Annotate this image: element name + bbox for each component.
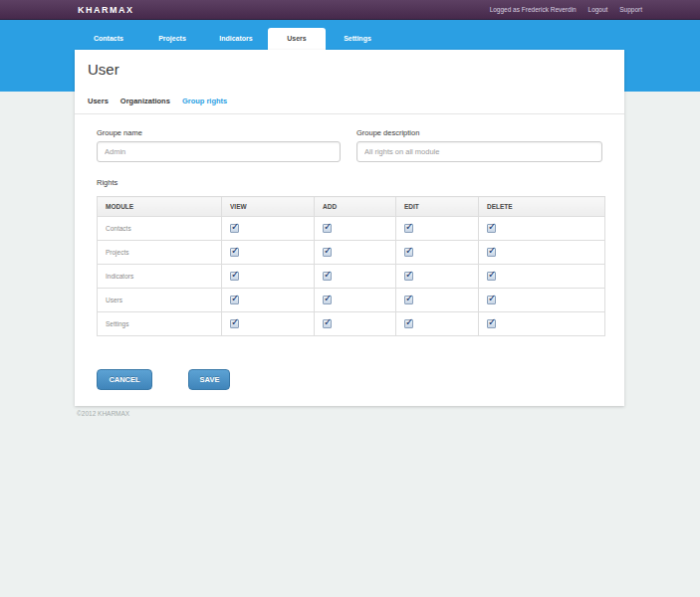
permission-cell: ✓ bbox=[315, 289, 396, 312]
content-card: User UsersOrganizationsGroup rights Grou… bbox=[75, 50, 624, 406]
rights-table-body: Contacts✓✓✓✓Projects✓✓✓✓Indicators✓✓✓✓Us… bbox=[98, 217, 605, 336]
rights-row-users: Users✓✓✓✓ bbox=[98, 289, 605, 312]
checkmark-icon: ✓ bbox=[405, 269, 413, 280]
checkbox-add-contacts[interactable]: ✓ bbox=[323, 224, 332, 233]
checkmark-icon: ✓ bbox=[488, 316, 496, 327]
subtab-users[interactable]: Users bbox=[88, 97, 109, 105]
checkbox-view-settings[interactable]: ✓ bbox=[230, 319, 239, 328]
cancel-button[interactable]: CANCEL bbox=[97, 369, 152, 390]
checkbox-delete-settings[interactable]: ✓ bbox=[487, 319, 496, 328]
checkmark-icon: ✓ bbox=[324, 221, 332, 232]
brand-logo: KHARMAX bbox=[78, 0, 134, 20]
permission-cell: ✓ bbox=[315, 241, 396, 265]
module-name: Projects bbox=[98, 241, 222, 265]
logout-link[interactable]: Logout bbox=[588, 6, 608, 13]
rights-table: MODULEVIEWADDEDITDELETE Contacts✓✓✓✓Proj… bbox=[97, 196, 605, 336]
checkbox-view-users[interactable]: ✓ bbox=[230, 296, 239, 304]
main-nav-tabs: ContactsProjectsIndicatorsUsersSettings bbox=[77, 28, 389, 50]
subtab-group-rights[interactable]: Group rights bbox=[182, 97, 227, 105]
checkmark-icon: ✓ bbox=[231, 245, 239, 256]
top-bar: KHARMAX Logged as Frederick Reverdin Log… bbox=[0, 0, 700, 20]
checkmark-icon: ✓ bbox=[231, 293, 239, 303]
checkmark-icon: ✓ bbox=[405, 221, 413, 232]
checkbox-add-indicators[interactable]: ✓ bbox=[323, 272, 332, 281]
checkbox-delete-projects[interactable]: ✓ bbox=[487, 248, 496, 257]
group-description-input[interactable] bbox=[356, 141, 602, 162]
checkmark-icon: ✓ bbox=[405, 316, 413, 327]
application-window: KHARMAX Logged as Frederick Reverdin Log… bbox=[0, 0, 700, 597]
module-name: Users bbox=[98, 289, 222, 312]
permission-cell: ✓ bbox=[222, 241, 315, 265]
permission-cell: ✓ bbox=[222, 312, 315, 336]
nav-tab-settings[interactable]: Settings bbox=[326, 28, 389, 50]
group-name-input[interactable] bbox=[97, 141, 341, 162]
module-name: Contacts bbox=[98, 217, 222, 241]
column-header-delete: DELETE bbox=[479, 197, 605, 217]
group-name-label: Groupe name bbox=[97, 128, 341, 137]
group-form: Groupe name Groupe description bbox=[97, 128, 602, 162]
subtab-organizations[interactable]: Organizations bbox=[120, 97, 170, 105]
checkmark-icon: ✓ bbox=[488, 293, 496, 303]
permission-cell: ✓ bbox=[222, 289, 315, 312]
group-description-label: Groupe description bbox=[356, 128, 602, 137]
checkmark-icon: ✓ bbox=[488, 221, 496, 232]
top-links: Logged as Frederick Reverdin Logout Supp… bbox=[480, 0, 642, 20]
sub-tabs: UsersOrganizationsGroup rights bbox=[75, 90, 624, 114]
checkbox-delete-users[interactable]: ✓ bbox=[487, 296, 496, 304]
checkbox-edit-settings[interactable]: ✓ bbox=[404, 319, 413, 328]
checkbox-edit-users[interactable]: ✓ bbox=[404, 296, 413, 304]
checkmark-icon: ✓ bbox=[324, 293, 332, 303]
checkbox-view-projects[interactable]: ✓ bbox=[230, 248, 239, 257]
permission-cell: ✓ bbox=[396, 312, 479, 336]
rights-section-label: Rights bbox=[97, 178, 624, 187]
checkmark-icon: ✓ bbox=[488, 245, 496, 256]
permission-cell: ✓ bbox=[479, 289, 605, 312]
module-name: Settings bbox=[98, 312, 222, 336]
support-link[interactable]: Support bbox=[619, 6, 642, 13]
permission-cell: ✓ bbox=[315, 265, 396, 289]
nav-tab-users[interactable]: Users bbox=[268, 28, 326, 50]
checkbox-view-indicators[interactable]: ✓ bbox=[230, 272, 239, 281]
checkbox-view-contacts[interactable]: ✓ bbox=[230, 224, 239, 233]
checkbox-add-projects[interactable]: ✓ bbox=[323, 248, 332, 257]
checkmark-icon: ✓ bbox=[231, 221, 239, 232]
module-name: Indicators bbox=[98, 265, 222, 289]
checkbox-add-users[interactable]: ✓ bbox=[323, 296, 332, 304]
rights-row-projects: Projects✓✓✓✓ bbox=[98, 241, 605, 265]
save-button[interactable]: SAVE bbox=[188, 369, 230, 390]
checkbox-add-settings[interactable]: ✓ bbox=[323, 319, 332, 328]
rights-row-contacts: Contacts✓✓✓✓ bbox=[98, 217, 605, 241]
checkmark-icon: ✓ bbox=[405, 245, 413, 256]
checkmark-icon: ✓ bbox=[231, 316, 239, 327]
checkbox-delete-indicators[interactable]: ✓ bbox=[487, 272, 496, 281]
checkmark-icon: ✓ bbox=[405, 293, 413, 303]
checkmark-icon: ✓ bbox=[231, 269, 239, 280]
nav-tab-projects[interactable]: Projects bbox=[140, 28, 204, 50]
form-actions: CANCEL SAVE bbox=[97, 368, 624, 390]
column-header-view: VIEW bbox=[222, 197, 315, 217]
column-header-add: ADD bbox=[315, 197, 396, 217]
permission-cell: ✓ bbox=[396, 289, 479, 312]
permission-cell: ✓ bbox=[396, 217, 479, 241]
permission-cell: ✓ bbox=[315, 217, 396, 241]
group-name-field-wrap: Groupe name bbox=[97, 128, 341, 162]
checkmark-icon: ✓ bbox=[488, 269, 496, 280]
copyright-text: ©2012 KHARMAX bbox=[77, 410, 129, 417]
checkbox-edit-indicators[interactable]: ✓ bbox=[404, 272, 413, 281]
permission-cell: ✓ bbox=[222, 265, 315, 289]
checkbox-delete-contacts[interactable]: ✓ bbox=[487, 224, 496, 233]
permission-cell: ✓ bbox=[315, 312, 396, 336]
checkbox-edit-contacts[interactable]: ✓ bbox=[404, 224, 413, 233]
rights-row-settings: Settings✓✓✓✓ bbox=[98, 312, 605, 336]
checkbox-edit-projects[interactable]: ✓ bbox=[404, 248, 413, 257]
permission-cell: ✓ bbox=[479, 241, 605, 265]
nav-tab-contacts[interactable]: Contacts bbox=[77, 28, 140, 50]
permission-cell: ✓ bbox=[396, 265, 479, 289]
checkmark-icon: ✓ bbox=[324, 269, 332, 280]
permission-cell: ✓ bbox=[479, 265, 605, 289]
rights-table-header-row: MODULEVIEWADDEDITDELETE bbox=[98, 197, 605, 217]
rights-row-indicators: Indicators✓✓✓✓ bbox=[98, 265, 605, 289]
nav-tab-indicators[interactable]: Indicators bbox=[204, 28, 268, 50]
permission-cell: ✓ bbox=[479, 217, 605, 241]
checkmark-icon: ✓ bbox=[324, 245, 332, 256]
